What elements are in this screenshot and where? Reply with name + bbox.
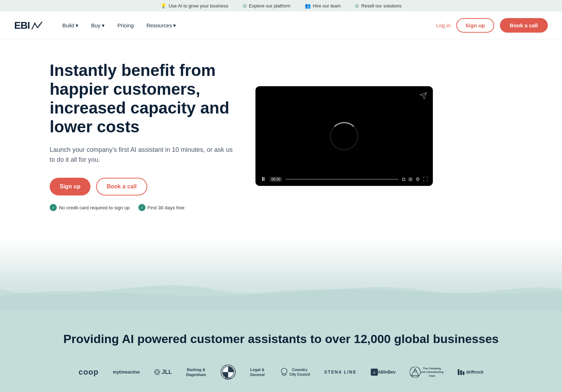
top-banner: 💡 Use AI to grow your business ⊙ Explore… xyxy=(0,0,562,11)
check-free-trial: ✓ First 30 days free xyxy=(138,204,184,211)
team-icon: 👥 xyxy=(305,3,311,9)
banner-text-2: Explore our platform xyxy=(249,3,291,9)
banner-text-1: Use AI to grow your business xyxy=(169,3,228,9)
logo[interactable]: EBI xyxy=(14,20,43,31)
book-call-nav-button[interactable]: Book a call xyxy=(500,18,548,33)
partner-driftrock: driftrock xyxy=(458,369,484,376)
check-icon-1: ✓ xyxy=(50,204,57,211)
partner-mytimeactive: mytimeactive xyxy=(113,370,140,375)
svg-text:S: S xyxy=(374,371,375,374)
hero-video: ⏸ 00:00 ⧉ ⊞ ⚙ ⛶ xyxy=(255,86,534,186)
check-no-credit-card: ✓ No credit card required to sign up xyxy=(50,204,130,211)
login-button[interactable]: Log in xyxy=(436,22,451,28)
nav-resources[interactable]: Resources ▾ xyxy=(142,20,181,32)
hero-title: Instantly benefit from happier customers… xyxy=(50,61,234,136)
banner-item-4[interactable]: ⊙ Resell our solutions xyxy=(355,3,401,9)
svg-rect-20 xyxy=(463,371,464,375)
quality-icon[interactable]: ⊞ xyxy=(408,176,413,182)
partners-title: Providing AI powered customer assistants… xyxy=(21,331,541,347)
hero-subtitle: Launch your company's first AI assistant… xyxy=(50,145,234,165)
svg-point-0 xyxy=(34,23,35,24)
partner-legal-general: Legal &General xyxy=(250,367,265,377)
partners-logos: coop mytimeactive JLL Barking &Dagenham … xyxy=(21,364,541,380)
nav-buy[interactable]: Buy ▾ xyxy=(86,20,110,32)
partner-barking: Barking &Dagenham xyxy=(186,367,206,377)
hero-book-button[interactable]: Book a call xyxy=(96,178,147,195)
video-timestamp: 00:00 xyxy=(270,177,282,182)
video-player[interactable]: ⏸ 00:00 ⧉ ⊞ ⚙ ⛶ xyxy=(255,86,433,186)
video-right-controls: ⧉ ⊞ ⚙ ⛶ xyxy=(402,176,428,182)
pause-icon[interactable]: ⏸ xyxy=(260,176,266,182)
chevron-down-icon: ▾ xyxy=(76,22,78,29)
partner-stena: STENA LINE xyxy=(324,370,357,375)
nav-pricing[interactable]: Pricing xyxy=(112,20,139,31)
chevron-down-icon: ▾ xyxy=(102,22,105,29)
svg-rect-18 xyxy=(458,369,459,375)
nav-links: Build ▾ Buy ▾ Pricing Resources ▾ xyxy=(57,20,436,32)
explore-icon: ⊙ xyxy=(243,3,247,9)
svg-rect-19 xyxy=(460,370,462,375)
partner-coop: coop xyxy=(78,368,99,377)
video-loading-spinner xyxy=(330,122,358,150)
banner-item-2[interactable]: ⊙ Explore our platform xyxy=(243,3,291,9)
hero-section: Instantly benefit from happier customers… xyxy=(0,40,562,239)
nav-actions: Log in Sign up Book a call xyxy=(436,18,548,33)
signup-button[interactable]: Sign up xyxy=(456,18,494,33)
banner-text-4: Resell our solutions xyxy=(361,3,401,9)
lightbulb-icon: 💡 xyxy=(160,3,166,9)
partner-bmw: BMW xyxy=(220,364,236,380)
hero-buttons: Sign up Book a call xyxy=(50,178,234,195)
chevron-down-icon: ▾ xyxy=(173,22,176,29)
partner-jll: JLL xyxy=(154,369,172,375)
resell-icon: ⊙ xyxy=(355,3,359,9)
svg-point-12 xyxy=(281,368,287,374)
hero-checks: ✓ No credit card required to sign up ✓ F… xyxy=(50,204,234,211)
banner-item-3[interactable]: 👥 Hire our team xyxy=(305,3,341,9)
svg-point-17 xyxy=(414,370,416,372)
fullscreen-icon[interactable]: ⛶ xyxy=(423,176,428,182)
partners-section: Providing AI powered customer assistants… xyxy=(0,310,562,392)
hero-content: Instantly benefit from happier customers… xyxy=(50,61,234,211)
check-icon-2: ✓ xyxy=(138,204,145,211)
partner-coventry: CoventryCity Council xyxy=(279,367,310,377)
captions-icon[interactable]: ⧉ xyxy=(402,176,406,182)
banner-item-1: 💡 Use AI to grow your business xyxy=(160,3,228,9)
svg-text:BMW: BMW xyxy=(225,377,231,380)
video-controls: ⏸ 00:00 ⧉ ⊞ ⚙ ⛶ xyxy=(255,172,433,186)
nav-build[interactable]: Build ▾ xyxy=(57,20,83,32)
logo-text: EBI xyxy=(14,20,30,31)
video-progress-bar[interactable] xyxy=(286,179,398,180)
hero-signup-button[interactable]: Sign up xyxy=(50,178,90,195)
logo-icon xyxy=(31,21,43,31)
send-icon xyxy=(419,92,427,101)
partner-abinbev: S ABInBev xyxy=(371,369,396,376)
wave-section xyxy=(0,239,562,310)
wave-decoration xyxy=(0,268,562,310)
svg-point-4 xyxy=(156,371,159,374)
settings-icon[interactable]: ⚙ xyxy=(415,176,420,182)
partner-camping: The Campingand CaravanningClub xyxy=(410,367,443,378)
banner-text-3: Hire our team xyxy=(313,3,341,9)
svg-point-1 xyxy=(39,24,40,26)
navigation: EBI Build ▾ Buy ▾ Pricing Resources ▾ Lo… xyxy=(0,11,562,40)
